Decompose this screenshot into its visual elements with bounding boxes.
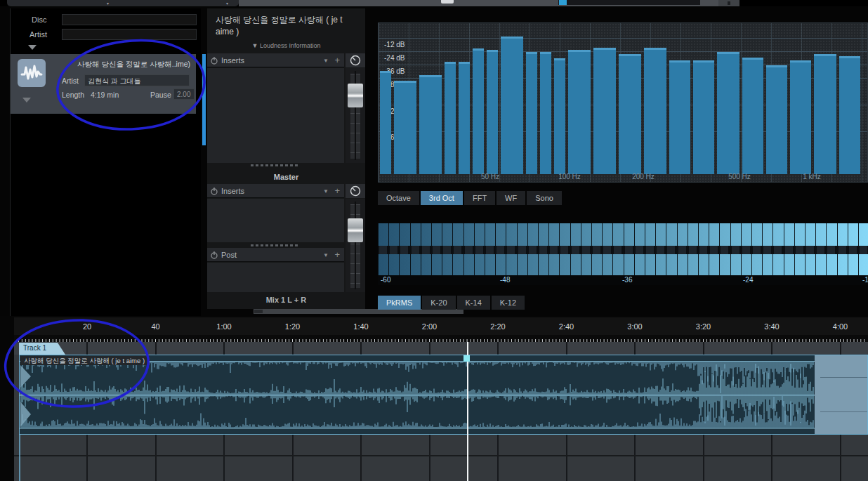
toolbar-small-button[interactable] [718, 0, 739, 6]
db-gridline [379, 38, 868, 39]
lane-divider [14, 455, 868, 456]
spectrum-bar [540, 52, 551, 174]
chevron-down-icon[interactable]: ▼ [323, 188, 329, 195]
ruler-label: 2:40 [559, 322, 574, 331]
ruler-label: 20 [83, 322, 91, 331]
timeline: 20401:001:201:402:002:202:403:003:203:40… [0, 316, 868, 481]
meter-scale-label: -36 [622, 276, 632, 284]
item-expand-icon[interactable] [22, 98, 31, 103]
track-fader-handle[interactable] [348, 84, 363, 107]
track-inserts-header[interactable]: Inserts ▼ + [207, 53, 344, 67]
spectrum-mode-sono[interactable]: Sono [527, 191, 562, 205]
fader-slot [355, 202, 356, 289]
db-label: -24 dB [384, 54, 405, 62]
clip-title: 사랑해 당신을 정말로 사랑해 ( je t aime ) [20, 356, 148, 365]
spectrum-analyzer: -12 dB-24 dB-36 dB-48 dB-72 dB-96 dB50 H… [378, 22, 868, 183]
master-fader-zone [346, 199, 365, 292]
toolbar-mini-button[interactable] [441, 0, 454, 4]
spectrum-bar [717, 52, 739, 174]
freq-label: 200 Hz [632, 173, 655, 180]
time-ruler[interactable]: 20401:001:201:402:002:202:403:003:203:40… [14, 317, 868, 335]
track-list-item[interactable]: 사랑해 당신을 정말로 사랑해..ime) Artist 김현식 과 그대들 L… [11, 54, 196, 114]
track-inserts-area[interactable] [207, 68, 344, 163]
post-header[interactable]: Post ▼ + [207, 248, 344, 262]
freq-label: 500 Hz [728, 173, 751, 180]
meter-scale-label: -24 [743, 276, 753, 284]
waveform-icon [18, 59, 46, 87]
spectrum-bar [394, 81, 416, 174]
disc-input[interactable] [62, 14, 197, 25]
device-combo[interactable] [7, 0, 239, 6]
spectrum-bar [593, 48, 616, 174]
meter-mode-k-20[interactable]: K-20 [422, 296, 455, 310]
meter-mode-pkrms[interactable]: PkRMS [378, 296, 421, 310]
item-artist-field[interactable]: 김현식 과 그대들 [84, 74, 190, 86]
spectrum-bar [445, 62, 456, 174]
pause-field[interactable]: 2.00 [173, 88, 195, 100]
power-icon[interactable] [210, 56, 218, 65]
disc-label: Disc [32, 15, 46, 24]
meter-scale-label: -48 [500, 276, 510, 284]
chevron-down-icon: ▾ [107, 1, 109, 6]
inserts-label: Inserts [221, 56, 244, 65]
master-knob-button[interactable] [346, 184, 365, 198]
master-inserts-area[interactable] [207, 199, 344, 242]
spectrum-bar [380, 71, 391, 174]
meter-mode-k-12[interactable]: K-12 [492, 296, 525, 310]
chevron-down-icon[interactable]: ▼ [323, 58, 329, 64]
meter-scale-label: -12 [862, 276, 868, 284]
meter-mode-buttons: PkRMSK-20K-14K-12 [378, 296, 525, 310]
spectrum-bar [501, 37, 523, 174]
add-insert-icon[interactable]: + [334, 55, 340, 65]
playhead-marker[interactable] [463, 355, 470, 362]
spectrum-mode-octave[interactable]: Octave [378, 191, 419, 205]
meter-mode-k-14[interactable]: K-14 [457, 296, 490, 310]
chevron-down-icon[interactable]: ▼ [323, 252, 329, 258]
scrollbar-handle[interactable] [254, 310, 263, 313]
meter-bar-right [378, 254, 868, 275]
track-list-scrollbar[interactable] [202, 54, 206, 145]
power-icon[interactable] [210, 187, 218, 195]
section-splitter[interactable] [251, 244, 300, 246]
track-knob-button[interactable] [346, 53, 365, 67]
meter-tick-strip [378, 246, 868, 254]
loudness-information-header[interactable]: ▼ Loudness Information [207, 42, 365, 49]
freq-label: 50 Hz [481, 173, 499, 180]
spectrum-mode-wf[interactable]: WF [497, 191, 525, 205]
collapse-arrow-icon[interactable] [28, 45, 37, 50]
post-area[interactable] [207, 263, 344, 292]
master-fader-handle[interactable] [348, 218, 363, 242]
master-inserts-header[interactable]: Inserts ▼ + [207, 184, 344, 198]
spectrum-bar [742, 58, 763, 174]
channel-panel: 사랑해 당신을 정말로 사랑해 ( je t aime ) ▼ Loudness… [207, 8, 365, 309]
spectrum-bar [790, 60, 811, 174]
output-label: Mix 1 L + R [207, 296, 365, 304]
ruler-label: 4:00 [833, 322, 848, 331]
knob-icon [350, 55, 361, 66]
spectrum-bar [766, 65, 787, 174]
spectrum-bar [568, 50, 591, 174]
spectrum-bar [644, 48, 666, 174]
track-header-row [14, 342, 868, 355]
loudness-meter: -60-48-36-24-12 [378, 223, 868, 285]
power-icon[interactable] [210, 251, 218, 259]
add-insert-icon[interactable]: + [334, 249, 340, 260]
ruler-label: 3:00 [627, 322, 642, 331]
track-tab[interactable]: Track 1 [19, 343, 65, 355]
section-splitter[interactable] [251, 164, 300, 166]
spectrum-bar [669, 60, 690, 174]
clip-edge-marker [19, 435, 20, 481]
add-insert-icon[interactable]: + [334, 185, 340, 196]
meter-scale: -60-48-36-24-12 [378, 275, 868, 285]
spectrum-mode-3rd-oct[interactable]: 3rd Oct [421, 191, 463, 205]
track-fader-zone [346, 68, 365, 163]
playhead[interactable] [467, 342, 468, 481]
ruler-label: 3:20 [696, 322, 711, 331]
artist-input[interactable] [62, 29, 197, 40]
spectrum-mode-fft[interactable]: FFT [464, 191, 495, 205]
horizontal-scrollbar[interactable] [254, 309, 463, 314]
post-label: Post [221, 251, 237, 259]
knob-icon [350, 185, 361, 197]
top-toolbar: ▾ ▾ [0, 0, 868, 6]
audio-clip[interactable]: 사랑해 당신을 정말로 사랑해 ( je t aime ) [19, 355, 868, 435]
